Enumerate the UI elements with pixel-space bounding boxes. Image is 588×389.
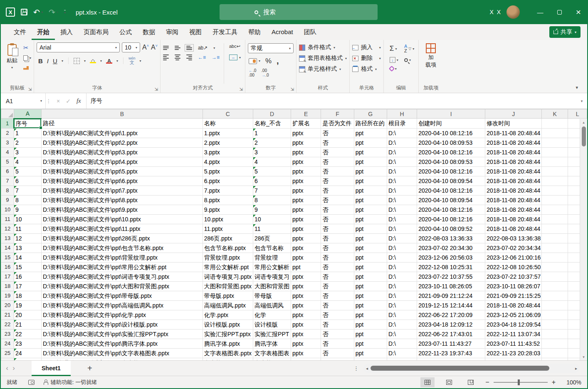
cell-H8[interactable]: D:\ — [387, 186, 417, 195]
cell-H18[interactable]: D:\ — [387, 281, 417, 291]
cell-J3[interactable]: 2018-11-08 20:48:44 — [485, 138, 542, 147]
cell-H20[interactable]: D:\ — [387, 300, 417, 310]
cell-J23[interactable]: 2022-12-11 13:07:34 — [485, 329, 542, 339]
cell-G3[interactable]: ppt — [354, 138, 387, 147]
cell-G16[interactable]: ppt — [354, 262, 387, 272]
cell-I25[interactable]: 2022-11-23 19:37:43 — [417, 348, 485, 358]
cell-C4[interactable]: 3.pptx — [203, 147, 253, 157]
format-painter-button[interactable] — [23, 64, 31, 72]
cell-K9[interactable] — [542, 195, 568, 205]
cell-C25[interactable]: 文字表格图表.pptx — [203, 348, 253, 358]
align-right-button[interactable] — [186, 55, 192, 60]
cell-I11[interactable]: 2020-04-10 08:12:16 — [417, 214, 485, 224]
minimize-button[interactable]: — — [531, 0, 550, 24]
cell-G8[interactable]: ppt — [354, 186, 387, 195]
decrease-indent-button[interactable]: ←≡ — [198, 55, 206, 60]
user-avatar[interactable] — [506, 5, 520, 19]
cell-D7[interactable]: 6 — [253, 176, 291, 186]
cell-D15[interactable]: 背景纹理 — [253, 253, 291, 262]
cell-E7[interactable]: pptx — [291, 176, 321, 186]
clipboard-dialog-launcher[interactable]: ⇲ — [28, 87, 32, 92]
align-middle-button[interactable] — [175, 46, 180, 50]
cell-F7[interactable]: 否 — [321, 176, 354, 186]
insert-cells-button[interactable]: 插入 ▾ — [352, 44, 381, 51]
cell-F4[interactable]: 否 — [321, 147, 354, 157]
orientation-button[interactable]: ab↗ — [198, 45, 208, 51]
cell-H2[interactable]: D:\ — [387, 128, 417, 138]
row-header-2[interactable]: 2 — [1, 128, 14, 138]
cell-J9[interactable]: 2018-11-08 20:48:44 — [485, 195, 542, 205]
cell-C8[interactable]: 7.pptx — [203, 186, 253, 195]
cell-F18[interactable]: 否 — [321, 281, 354, 291]
zoom-slider-handle[interactable] — [518, 379, 520, 385]
cell-C10[interactable]: 9.pptx — [203, 205, 253, 214]
cell-C21[interactable]: 化学.pptx — [203, 310, 253, 320]
cell-J10[interactable]: 2018-11-08 20:48:44 — [485, 205, 542, 214]
cell-I8[interactable]: 2020-04-10 08:12:16 — [417, 186, 485, 195]
cell-C22[interactable]: 设计模版.pptx — [203, 320, 253, 329]
cell-H15[interactable]: D:\ — [387, 253, 417, 262]
cell-F15[interactable]: 否 — [321, 253, 354, 262]
formula-input[interactable]: 序号 — [86, 93, 576, 109]
horizontal-scrollbar[interactable]: ◂ ▸ — [363, 364, 580, 373]
cell-D8[interactable]: 7 — [253, 186, 291, 195]
cell-A22[interactable]: 21 — [14, 320, 41, 329]
cell-K6[interactable] — [542, 166, 568, 176]
cell-D6[interactable]: 5 — [253, 166, 291, 176]
cell-B11[interactable]: D:\资料\我的ABC测试文件\ppt\10.pptx — [41, 214, 203, 224]
namebox-resizer[interactable]: ⋮ — [46, 93, 52, 109]
cell-I6[interactable]: 2020-04-10 08:12:16 — [417, 166, 485, 176]
cell-C12[interactable]: 11.pptx — [203, 224, 253, 233]
cell-C5[interactable]: 4.pptx — [203, 157, 253, 166]
ribbon-tab-公式[interactable]: 公式 — [114, 25, 137, 40]
phonetic-button[interactable]: wén文 — [128, 57, 136, 65]
cell-A5[interactable]: 4 — [14, 157, 41, 166]
font-color-button[interactable]: A — [106, 58, 112, 64]
scroll-up-icon[interactable]: ▴ — [583, 119, 585, 126]
cell-C2[interactable]: 1.pptx — [203, 128, 253, 138]
cell-A25[interactable]: 24 — [14, 348, 41, 358]
cell-E12[interactable]: pptx — [291, 224, 321, 233]
col-header-K[interactable]: K — [542, 109, 568, 119]
align-center-button[interactable] — [175, 55, 180, 60]
cell-B3[interactable]: D:\资料\我的ABC测试文件\ppt\2.pptx — [41, 138, 203, 147]
redo-button[interactable]: ↷▾ — [49, 7, 58, 17]
cell-E9[interactable]: pptx — [291, 195, 321, 205]
zoom-out-button[interactable]: − — [485, 379, 489, 386]
cell-J15[interactable]: 2023-12-06 21:00:16 — [485, 253, 542, 262]
cell-J26[interactable]: 2021-07-16 21:11:06 — [485, 358, 542, 360]
fill-button[interactable]: ↓▾ — [390, 57, 398, 63]
increase-indent-button[interactable]: →≡ — [212, 55, 220, 60]
next-sheet-button[interactable]: › — [7, 364, 20, 372]
cell-I1[interactable]: 创建时间 — [417, 119, 485, 129]
cell-I3[interactable]: 2020-04-10 08:09:53 — [417, 138, 485, 147]
cell-E8[interactable]: pptx — [291, 186, 321, 195]
cell-C24[interactable]: 腾讯字体.pptx — [203, 339, 253, 348]
cell-G25[interactable]: ppt — [354, 348, 387, 358]
col-header-J[interactable]: J — [485, 109, 542, 119]
cut-button[interactable]: ✂ — [23, 44, 31, 52]
col-header-D[interactable]: D — [253, 109, 291, 119]
cell-H17[interactable]: D:\ — [387, 272, 417, 281]
col-header-G[interactable]: G — [354, 109, 387, 119]
cell-J6[interactable]: 2018-11-08 20:48:44 — [485, 166, 542, 176]
cell-A14[interactable]: 13 — [14, 243, 41, 253]
cell-C3[interactable]: 2.pptx — [203, 138, 253, 147]
addins-button[interactable]: 加载项 — [421, 42, 440, 69]
cell-K15[interactable] — [542, 253, 568, 262]
cell-B7[interactable]: D:\资料\我的ABC测试文件\ppt\6.pptx — [41, 176, 203, 186]
cell-F8[interactable]: 否 — [321, 186, 354, 195]
cell-B19[interactable]: D:\资料\我的ABC测试文件\ppt\带母版.pptx — [41, 291, 203, 300]
cell-E25[interactable]: pptx — [291, 348, 321, 358]
cell-D17[interactable]: 词语专项复习 — [253, 272, 291, 281]
cell-A6[interactable]: 5 — [14, 166, 41, 176]
clear-button[interactable]: ▾ — [390, 67, 398, 71]
col-header-E[interactable]: E — [291, 109, 321, 119]
underline-button[interactable]: U — [53, 57, 57, 64]
row-header-1[interactable]: 1 — [1, 119, 14, 129]
row-header-13[interactable]: 13 — [1, 233, 14, 243]
cell-F12[interactable]: 否 — [321, 224, 354, 233]
cell-G4[interactable]: ppt — [354, 147, 387, 157]
cell-A9[interactable]: 8 — [14, 195, 41, 205]
cell-G2[interactable]: ppt — [354, 128, 387, 138]
